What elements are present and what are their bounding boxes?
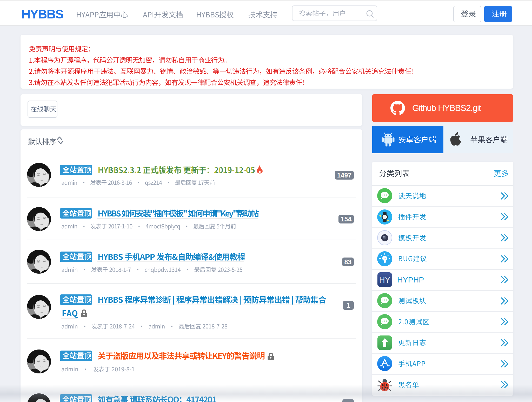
svg-text:HY: HY: [379, 275, 390, 285]
svg-text:m: m: [384, 257, 386, 260]
